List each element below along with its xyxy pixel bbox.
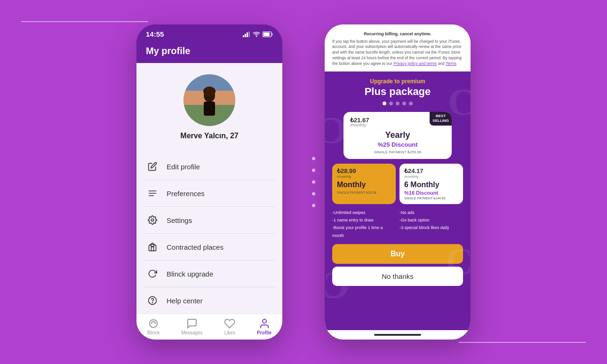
premium-body: C C C C Upgrade to premium Plus package …: [325, 71, 471, 330]
feature-2-2: -Go back option: [399, 216, 463, 224]
dot-1: [383, 102, 386, 105]
svg-point-18: [152, 219, 154, 222]
nav-item-messages[interactable]: Messages: [181, 318, 203, 335]
deco-c-4: C: [325, 264, 350, 307]
svg-rect-2: [247, 32, 248, 37]
menu-item-contracted-places[interactable]: Contracted places: [144, 234, 275, 261]
phone-header: My profile: [136, 42, 282, 63]
menu-label-edit-profile: Edit profile: [167, 163, 200, 171]
yearly-discount: %25 Discount: [377, 141, 417, 148]
yearly-name: Yearly: [385, 130, 410, 140]
feature-1-1: -Unlimited swipes: [332, 209, 396, 216]
menu-label-preferences: Preferences: [167, 190, 205, 198]
yearly-per: /monthly: [350, 123, 366, 127]
phone-left: 14:55 My profile: [136, 24, 282, 340]
menu-item-preferences[interactable]: Preferences: [144, 180, 275, 207]
six-monthly-single: SINGLE PAYMENT ₺144.99: [404, 197, 458, 200]
profile-section: Merve Yalcın, 27: [136, 63, 282, 153]
dots-row: [383, 102, 413, 105]
blinck-nav-icon: [148, 318, 159, 329]
terms-link[interactable]: Terms: [446, 61, 456, 66]
home-bar-right: [374, 334, 421, 336]
bottom-nav: Blinck Messages Likes Profile: [136, 314, 282, 340]
status-bar: 14:55: [136, 24, 282, 42]
yearly-plan[interactable]: BESTSELLING ₺21.67 /monthly Yearly %25 D…: [343, 112, 452, 159]
menu-list: Edit profile Preferences: [136, 153, 282, 314]
notice-and: and: [438, 61, 444, 66]
shop-icon: [146, 240, 159, 253]
decorative-dots: [312, 157, 315, 207]
monthly-plan[interactable]: ₺28.99 /monthly Monthly SINGLE PAYMENT ₺…: [332, 164, 396, 204]
six-monthly-discount: %16 Discount: [404, 190, 458, 196]
refresh-icon: [146, 267, 159, 280]
six-monthly-per: /monthly: [404, 174, 458, 179]
phone-body: Merve Yalcın, 27 Edit profile: [136, 63, 282, 340]
signal-icon: [243, 32, 250, 37]
six-monthly-plan[interactable]: ₺24.17 /monthly 6 Monthly %16 Discount S…: [399, 164, 463, 204]
svg-rect-1: [245, 34, 246, 37]
svg-point-22: [263, 319, 266, 323]
upgrade-subtitle: Upgrade to premium: [370, 78, 425, 85]
menu-item-help-center[interactable]: Help center: [144, 287, 275, 314]
status-icons: [243, 32, 273, 37]
deco-c-3: C: [446, 240, 471, 283]
svg-rect-3: [248, 32, 250, 37]
gear-icon: [146, 214, 159, 227]
list-icon: [146, 187, 159, 200]
svg-rect-13: [204, 102, 215, 116]
menu-item-edit-profile[interactable]: Edit profile: [144, 153, 275, 180]
nav-item-blinck[interactable]: Blinck: [147, 318, 160, 335]
svg-rect-0: [243, 35, 244, 37]
svg-rect-6: [264, 32, 270, 36]
monthly-name: Monthly: [337, 181, 391, 189]
menu-label-help-center: Help center: [167, 297, 203, 305]
nav-label-likes: Likes: [224, 330, 235, 335]
plans-row: ₺28.99 /monthly Monthly SINGLE PAYMENT ₺…: [332, 164, 463, 204]
nav-item-profile[interactable]: Profile: [257, 318, 272, 335]
profile-name: Merve Yalcın, 27: [180, 132, 238, 140]
question-icon: [146, 294, 159, 307]
feature-2-1: -No ads: [399, 209, 463, 216]
menu-label-contracted-places: Contracted places: [167, 243, 224, 251]
wifi-icon: [253, 32, 260, 37]
dot-2: [389, 102, 393, 105]
dot-3: [396, 102, 399, 105]
nav-item-likes[interactable]: Likes: [224, 318, 235, 335]
home-indicator-right: [325, 330, 471, 340]
nav-label-profile: Profile: [257, 330, 272, 335]
menu-label-blinck-upgrade: Blinck upgrade: [167, 270, 213, 278]
yearly-single: SINGLE PAYMENT ₺259.99: [374, 150, 422, 154]
monthly-per: /monthly: [337, 174, 391, 179]
feature-1-3: -Boost your profile 1 time a month: [332, 224, 396, 239]
no-thanks-button[interactable]: No thanks: [332, 267, 463, 286]
buy-button[interactable]: Buy: [332, 244, 463, 264]
decorative-line-top: [21, 21, 148, 22]
feature-2-3: -3 special blinck likes daily: [399, 224, 463, 231]
top-notice: Recurring billing, cancel anytime. If yo…: [325, 24, 471, 71]
phone-right: Recurring billing, cancel anytime. If yo…: [325, 24, 471, 340]
decorative-line-bottom: [459, 342, 586, 343]
features-col-1: -Unlimited swipes -1 name entry to draw …: [332, 209, 396, 239]
avatar: [184, 74, 235, 126]
features-col-2: -No ads -Go back option -3 special blinc…: [399, 209, 463, 239]
svg-point-4: [256, 36, 257, 37]
profile-nav-icon: [259, 318, 270, 329]
pencil-icon: [146, 160, 159, 173]
dot-4: [402, 102, 406, 105]
privacy-link[interactable]: Privacy policy and terms: [393, 61, 437, 66]
monthly-single: SINGLE PAYMENT ₺28.99: [337, 191, 391, 195]
notice-title: Recurring billing, cancel anytime.: [332, 31, 463, 37]
chat-nav-icon: [186, 318, 198, 329]
features-row: -Unlimited swipes -1 name entry to draw …: [332, 209, 463, 239]
battery-icon: [263, 32, 273, 37]
heart-nav-icon: [224, 318, 235, 329]
page-title: My profile: [146, 46, 273, 56]
svg-rect-19: [151, 245, 154, 246]
six-monthly-name: 6 Monthly: [404, 181, 458, 189]
menu-item-settings[interactable]: Settings: [144, 207, 275, 234]
monthly-price: ₺28.99: [337, 167, 391, 174]
menu-item-blinck-upgrade[interactable]: Blinck upgrade: [144, 261, 275, 287]
nav-label-messages: Messages: [181, 330, 203, 335]
six-monthly-price: ₺24.17: [404, 167, 458, 174]
best-selling-badge: BESTSELLING: [430, 112, 452, 126]
